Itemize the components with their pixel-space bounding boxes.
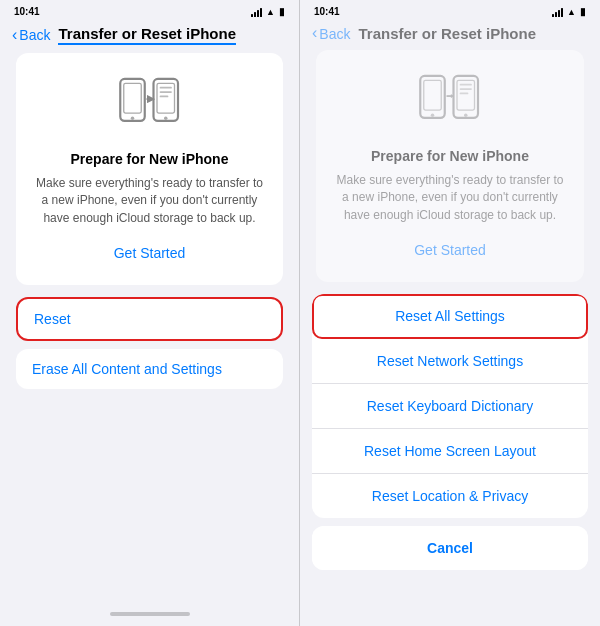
back-label-right: Back xyxy=(319,26,350,42)
back-button-left[interactable]: ‹ Back xyxy=(12,27,50,44)
svg-rect-6 xyxy=(159,91,171,93)
time-left: 10:41 xyxy=(14,6,40,17)
content-right-dimmed: Prepare for New iPhone Make sure everyth… xyxy=(300,50,600,294)
prepare-card-right: Prepare for New iPhone Make sure everyth… xyxy=(316,50,584,282)
svg-rect-10 xyxy=(424,80,442,110)
card-desc-left: Make sure everything's ready to transfer… xyxy=(32,175,267,227)
reset-all-settings-button[interactable]: Reset All Settings xyxy=(312,294,588,339)
svg-rect-1 xyxy=(123,83,141,113)
svg-point-17 xyxy=(464,114,468,118)
signal-icon xyxy=(251,7,262,17)
battery-icon-right: ▮ xyxy=(580,6,586,17)
phone-transfer-icon xyxy=(115,73,185,137)
svg-rect-5 xyxy=(159,87,171,89)
get-started-button-right: Get Started xyxy=(414,238,486,262)
status-bar-left: 10:41 ▲ ▮ xyxy=(0,0,299,21)
chevron-icon-right: ‹ xyxy=(312,24,317,42)
page-title-left: Transfer or Reset iPhone xyxy=(58,25,236,45)
cancel-group: Cancel xyxy=(312,526,588,570)
bottom-items-left: Reset Erase All Content and Settings xyxy=(16,297,283,409)
back-button-right: ‹ Back xyxy=(312,25,350,42)
card-desc-right: Make sure everything's ready to transfer… xyxy=(332,172,568,224)
left-panel: 10:41 ▲ ▮ ‹ Back Transfer or Reset iPhon… xyxy=(0,0,300,626)
erase-all-button-left[interactable]: Erase All Content and Settings xyxy=(16,349,283,389)
phone-icon-svg xyxy=(115,73,185,133)
action-sheet: Reset All Settings Reset Network Setting… xyxy=(300,294,600,626)
right-panel: 10:41 ▲ ▮ ‹ Back Transfer or Reset iPhon… xyxy=(300,0,600,626)
time-right: 10:41 xyxy=(314,6,340,17)
svg-rect-7 xyxy=(159,96,168,98)
nav-bar-right: ‹ Back Transfer or Reset iPhone xyxy=(300,21,600,50)
card-title-left: Prepare for New iPhone xyxy=(71,151,229,167)
reset-keyboard-dictionary-button[interactable]: Reset Keyboard Dictionary xyxy=(312,384,588,429)
home-indicator-left xyxy=(0,606,299,626)
page-title-right: Transfer or Reset iPhone xyxy=(358,25,536,42)
reset-home-screen-button[interactable]: Reset Home Screen Layout xyxy=(312,429,588,474)
nav-bar-left: ‹ Back Transfer or Reset iPhone xyxy=(0,21,299,53)
reset-network-settings-button[interactable]: Reset Network Settings xyxy=(312,339,588,384)
status-icons-right: ▲ ▮ xyxy=(552,6,586,17)
svg-point-11 xyxy=(431,114,435,118)
cancel-button[interactable]: Cancel xyxy=(312,526,588,570)
card-title-right: Prepare for New iPhone xyxy=(371,148,529,164)
action-group-reset: Reset All Settings Reset Network Setting… xyxy=(312,294,588,518)
get-started-button-left[interactable]: Get Started xyxy=(114,241,186,265)
svg-rect-16 xyxy=(460,93,469,95)
reset-button-left[interactable]: Reset xyxy=(16,297,283,341)
phone-icon-right xyxy=(415,70,485,134)
signal-icon-right xyxy=(552,7,563,17)
back-label-left: Back xyxy=(19,27,50,43)
svg-rect-14 xyxy=(460,84,472,86)
status-bar-right: 10:41 ▲ ▮ xyxy=(300,0,600,21)
svg-point-8 xyxy=(164,117,168,121)
prepare-card-left: Prepare for New iPhone Make sure everyth… xyxy=(16,53,283,285)
svg-rect-15 xyxy=(460,88,472,90)
wifi-icon-right: ▲ xyxy=(567,7,576,17)
content-left: Prepare for New iPhone Make sure everyth… xyxy=(0,53,299,606)
wifi-icon: ▲ xyxy=(266,7,275,17)
chevron-icon-left: ‹ xyxy=(12,26,17,44)
home-bar-left xyxy=(110,612,190,616)
status-icons-left: ▲ ▮ xyxy=(251,6,285,17)
battery-icon: ▮ xyxy=(279,6,285,17)
svg-point-2 xyxy=(130,117,134,121)
reset-location-privacy-button[interactable]: Reset Location & Privacy xyxy=(312,474,588,518)
